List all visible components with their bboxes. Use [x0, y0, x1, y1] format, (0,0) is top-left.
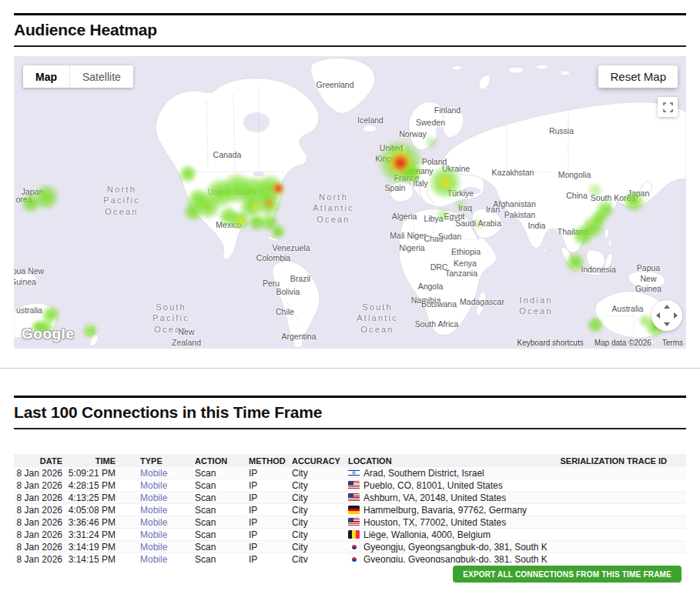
cell-type[interactable]: Mobile: [116, 517, 195, 528]
cell-time: 5:09:21 PM: [62, 468, 116, 479]
cell-time: 3:14:19 PM: [62, 542, 116, 553]
table-row: 8 Jan 20264:05:08 PMMobileScanIPCityHamm…: [14, 504, 686, 516]
cell-location: Gyeongju, Gyeongsangbuk-do, 381, South K…: [348, 542, 548, 553]
map-type-satellite-button[interactable]: Satellite: [69, 65, 133, 88]
column-header-date: DATE: [14, 456, 62, 466]
map-type-map-button[interactable]: Map: [23, 65, 69, 88]
map-type-control: Map Satellite: [23, 65, 133, 88]
cell-date: 8 Jan 2026: [14, 542, 62, 553]
flag-icon-kr: [348, 555, 360, 563]
flag-icon-us: [348, 481, 360, 489]
connections-title: Last 100 Connections in this Time Frame: [14, 398, 686, 428]
table-row: 8 Jan 20264:13:25 PMMobileScanIPCityAshb…: [14, 492, 686, 504]
cell-location: Gyeongju, Gyeongsangbuk-do, 381, South K…: [348, 554, 548, 563]
cell-type[interactable]: Mobile: [116, 554, 195, 563]
section-divider: [0, 368, 700, 369]
cell-type[interactable]: Mobile: [116, 542, 195, 553]
cell-method: IP: [249, 542, 292, 553]
map-data-label: Map data ©2026: [594, 339, 651, 347]
flag-icon-us: [348, 518, 360, 526]
fullscreen-button[interactable]: [658, 97, 678, 117]
cell-time: 3:14:15 PM: [62, 554, 116, 563]
pan-control[interactable]: [651, 300, 682, 331]
cell-action: Scan: [195, 468, 249, 479]
cell-accuracy: City: [292, 554, 348, 563]
cell-date: 8 Jan 2026: [14, 554, 62, 563]
world-map-svg: [14, 56, 686, 349]
table-header-row: DATE TIME TYPE ACTION METHOD ACCURACY LO…: [14, 454, 686, 467]
cell-action: Scan: [195, 480, 249, 491]
table-row: 8 Jan 20263:31:24 PMMobileScanIPCityLièg…: [14, 529, 686, 541]
cell-action: Scan: [195, 517, 249, 528]
heatmap-section-header: Audience Heatmap: [14, 13, 686, 47]
connections-tbody: 8 Jan 20265:09:21 PMMobileScanIPCityArad…: [14, 467, 686, 563]
cell-date: 8 Jan 2026: [14, 505, 62, 516]
connections-section-header: Last 100 Connections in this Time Frame: [14, 396, 686, 429]
pan-down-icon: [664, 322, 670, 326]
cell-time: 4:13:25 PM: [62, 492, 116, 503]
heatmap-title: Audience Heatmap: [14, 15, 686, 45]
cell-accuracy: City: [292, 542, 348, 553]
flag-icon-il: [348, 469, 360, 477]
map-attribution: Keyboard shortcuts Map data ©2026 Terms: [517, 339, 684, 347]
cell-method: IP: [249, 554, 292, 563]
cell-method: IP: [249, 505, 292, 516]
cell-time: 4:05:08 PM: [62, 505, 116, 516]
cell-type[interactable]: Mobile: [116, 529, 195, 540]
cell-method: IP: [249, 480, 292, 491]
cell-time: 3:31:24 PM: [62, 529, 116, 540]
cell-accuracy: City: [292, 492, 348, 503]
cell-action: Scan: [195, 554, 249, 563]
cell-location: Houston, TX, 77002, United States: [348, 517, 548, 528]
cell-time: 3:36:46 PM: [62, 517, 116, 528]
cell-method: IP: [249, 492, 292, 503]
table-row: 8 Jan 20263:14:15 PMMobileScanIPCityGyeo…: [14, 553, 686, 563]
terms-link[interactable]: Terms: [662, 339, 683, 347]
flag-icon-be: [348, 530, 360, 539]
cell-type[interactable]: Mobile: [116, 505, 195, 516]
table-row: 8 Jan 20263:14:19 PMMobileScanIPCityGyeo…: [14, 541, 686, 553]
cell-type[interactable]: Mobile: [116, 468, 195, 479]
connections-table: DATE TIME TYPE ACTION METHOD ACCURACY LO…: [14, 454, 686, 563]
pan-right-icon: [674, 312, 678, 319]
cell-accuracy: City: [292, 480, 348, 491]
cell-method: IP: [249, 529, 292, 540]
keyboard-shortcuts-link[interactable]: Keyboard shortcuts: [517, 339, 584, 347]
audience-heatmap-map[interactable]: North Pacific OceanNorth Atlantic OceanS…: [14, 56, 686, 349]
column-header-trace-id: SERIALIZATION TRACE ID: [548, 456, 686, 466]
cell-type[interactable]: Mobile: [116, 492, 195, 503]
cell-date: 8 Jan 2026: [14, 517, 62, 528]
cell-location: Arad, Southern District, Israel: [348, 468, 548, 479]
cell-accuracy: City: [292, 517, 348, 528]
column-header-type: TYPE: [116, 456, 195, 466]
cell-action: Scan: [195, 505, 249, 516]
column-header-accuracy: ACCURACY: [292, 456, 348, 466]
flag-icon-kr: [348, 543, 360, 551]
cell-date: 8 Jan 2026: [14, 468, 62, 479]
cell-accuracy: City: [292, 529, 348, 540]
column-header-time: TIME: [62, 456, 116, 466]
table-row: 8 Jan 20264:28:15 PMMobileScanIPCityPueb…: [14, 479, 686, 492]
column-header-action: ACTION: [195, 456, 249, 466]
cell-date: 8 Jan 2026: [14, 492, 62, 503]
fullscreen-icon: [663, 102, 673, 112]
pan-up-icon: [664, 305, 670, 309]
cell-date: 8 Jan 2026: [14, 529, 62, 540]
reset-map-button[interactable]: Reset Map: [598, 65, 678, 88]
cell-accuracy: City: [292, 505, 348, 516]
cell-accuracy: City: [292, 468, 348, 479]
cell-location: Hammelburg, Bavaria, 97762, Germany: [348, 505, 548, 516]
cell-location: Pueblo, CO, 81001, United States: [348, 480, 548, 491]
export-connections-button[interactable]: EXPORT ALL CONNECTIONS FROM THIS TIME FR…: [453, 566, 682, 583]
flag-icon-us: [348, 493, 360, 502]
table-row: 8 Jan 20265:09:21 PMMobileScanIPCityArad…: [14, 467, 686, 479]
column-header-location: LOCATION: [348, 456, 548, 466]
google-logo[interactable]: Google: [22, 326, 74, 342]
cell-type[interactable]: Mobile: [116, 480, 195, 491]
cell-time: 4:28:15 PM: [62, 480, 116, 491]
title-rule: [14, 45, 686, 47]
cell-location: Ashburn, VA, 20148, United States: [348, 492, 548, 503]
column-header-method: METHOD: [249, 456, 292, 466]
cell-location: Liège, Wallonia, 4000, Belgium: [348, 529, 548, 540]
pan-left-icon: [656, 312, 660, 319]
